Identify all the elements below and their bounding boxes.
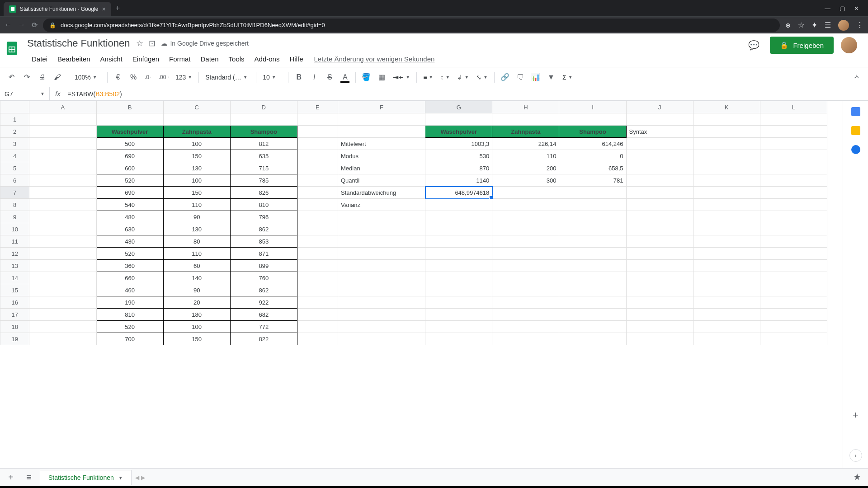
cell[interactable] <box>760 309 827 321</box>
comments-icon[interactable]: 💬 <box>745 36 763 54</box>
cell[interactable]: 110 <box>163 248 230 260</box>
rotate-icon[interactable]: ⤡▼ <box>473 74 491 81</box>
cell[interactable] <box>492 296 559 309</box>
cell[interactable] <box>492 260 559 272</box>
cell[interactable] <box>626 248 693 260</box>
zoom-select[interactable]: 100%▼ <box>72 74 104 81</box>
menu-ansicht[interactable]: Ansicht <box>96 53 127 65</box>
cell[interactable] <box>760 296 827 309</box>
cell[interactable] <box>693 296 760 309</box>
cell[interactable] <box>626 235 693 248</box>
cell[interactable] <box>338 260 425 272</box>
cell[interactable] <box>338 211 425 223</box>
col-header[interactable]: F <box>338 101 425 113</box>
cell[interactable]: 226,14 <box>492 138 559 150</box>
cell[interactable] <box>297 333 338 345</box>
cell[interactable] <box>626 150 693 162</box>
cell[interactable]: 635 <box>230 150 297 162</box>
cell[interactable]: 862 <box>230 284 297 296</box>
row-header[interactable]: 10 <box>0 223 29 235</box>
cell[interactable] <box>492 248 559 260</box>
share-button[interactable]: 🔒 Freigeben <box>770 37 834 54</box>
add-sheet-icon[interactable]: + <box>4 470 18 485</box>
formula-input[interactable]: =STABW(B3:B502) <box>66 90 868 98</box>
cell[interactable]: 812 <box>230 138 297 150</box>
row-header[interactable]: 11 <box>0 235 29 248</box>
h-align-icon[interactable]: ≡▼ <box>420 74 436 81</box>
cell[interactable]: 140 <box>163 272 230 284</box>
cell[interactable]: 110 <box>163 199 230 211</box>
wrap-icon[interactable]: ↲▼ <box>454 74 472 81</box>
reading-list-icon[interactable]: ☰ <box>825 21 831 29</box>
cell[interactable] <box>559 248 626 260</box>
undo-icon[interactable]: ↶ <box>5 70 18 84</box>
cell[interactable] <box>626 162 693 174</box>
cell[interactable] <box>760 284 827 296</box>
row-header[interactable]: 14 <box>0 272 29 284</box>
keep-icon[interactable] <box>851 126 860 135</box>
cell[interactable] <box>693 174 760 187</box>
menu-datei[interactable]: Datei <box>27 53 52 65</box>
cell[interactable] <box>338 284 425 296</box>
cell[interactable] <box>492 321 559 333</box>
cell[interactable]: 430 <box>96 235 163 248</box>
cell[interactable] <box>29 138 96 150</box>
sheets-logo-icon[interactable] <box>4 36 22 61</box>
cell[interactable] <box>559 235 626 248</box>
cell[interactable] <box>559 333 626 345</box>
cell[interactable]: 360 <box>96 260 163 272</box>
cell[interactable]: Zahnpasta <box>163 126 230 138</box>
cell[interactable]: 690 <box>96 150 163 162</box>
add-addon-icon[interactable]: + <box>853 409 859 421</box>
cell[interactable] <box>29 174 96 187</box>
col-header[interactable]: L <box>760 101 827 113</box>
cell[interactable] <box>297 296 338 309</box>
cell[interactable] <box>425 321 492 333</box>
row-header[interactable]: 3 <box>0 138 29 150</box>
decrease-decimal-button[interactable]: .0← <box>142 70 156 84</box>
last-edit-link[interactable]: Letzte Änderung vor wenigen Sekunden <box>314 55 434 63</box>
cell[interactable]: 0 <box>559 150 626 162</box>
cell[interactable] <box>297 199 338 211</box>
cell[interactable]: 922 <box>230 296 297 309</box>
cell[interactable]: 648,9974618 <box>425 187 492 199</box>
cell[interactable] <box>425 272 492 284</box>
name-box[interactable]: G7 ▼ <box>0 87 50 100</box>
cell[interactable] <box>492 113 559 126</box>
cell[interactable]: 658,5 <box>559 162 626 174</box>
row-header[interactable]: 7 <box>0 187 29 199</box>
cell[interactable] <box>492 272 559 284</box>
redo-icon[interactable]: ↷ <box>20 70 33 84</box>
cell[interactable] <box>760 126 827 138</box>
star-icon[interactable]: ☆ <box>136 38 143 48</box>
cell[interactable]: 520 <box>96 248 163 260</box>
cell[interactable]: 772 <box>230 321 297 333</box>
italic-icon[interactable]: I <box>307 70 321 84</box>
cell[interactable] <box>693 333 760 345</box>
cell[interactable]: 862 <box>230 223 297 235</box>
cell[interactable]: 760 <box>230 272 297 284</box>
cell[interactable] <box>559 284 626 296</box>
cell[interactable] <box>760 174 827 187</box>
menu-daten[interactable]: Daten <box>196 53 223 65</box>
cell[interactable] <box>338 113 425 126</box>
cell[interactable]: 130 <box>163 223 230 235</box>
cell[interactable] <box>425 309 492 321</box>
col-header[interactable]: A <box>29 101 96 113</box>
cell[interactable] <box>297 126 338 138</box>
cell[interactable] <box>693 199 760 211</box>
minimize-icon[interactable]: — <box>825 5 830 12</box>
cell[interactable] <box>693 321 760 333</box>
cell[interactable]: Mittelwert <box>338 138 425 150</box>
cell[interactable]: 150 <box>163 333 230 345</box>
cell[interactable] <box>760 321 827 333</box>
cell[interactable] <box>297 174 338 187</box>
cell[interactable] <box>29 284 96 296</box>
cell[interactable] <box>693 113 760 126</box>
cell[interactable]: Quantil <box>338 174 425 187</box>
drive-status[interactable]: ☁ In Google Drive gespeichert <box>161 40 249 47</box>
cell[interactable] <box>492 235 559 248</box>
cell[interactable] <box>693 211 760 223</box>
cell[interactable] <box>297 309 338 321</box>
cell[interactable]: 200 <box>492 162 559 174</box>
